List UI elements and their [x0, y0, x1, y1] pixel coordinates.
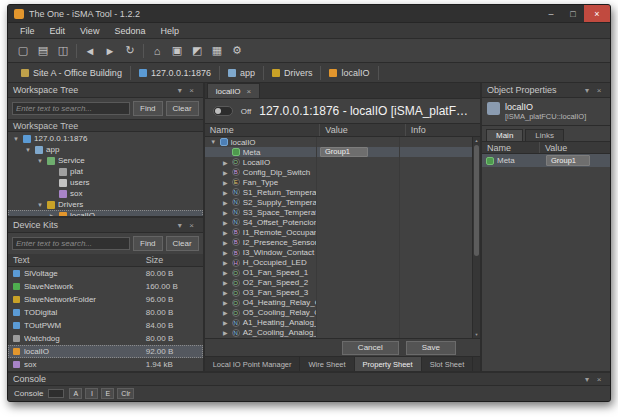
property-value-cell[interactable]: [317, 227, 400, 237]
expander-icon[interactable]: ▶: [222, 219, 229, 226]
console-filter-box[interactable]: [48, 389, 64, 398]
panel-close-icon[interactable]: ×: [593, 375, 605, 384]
clear-button[interactable]: Clear: [166, 101, 199, 116]
property-value-cell[interactable]: [317, 308, 400, 318]
breadcrumb-item[interactable]: Site A - Office Building: [13, 66, 131, 80]
property-row[interactable]: ▶ B Config_Dip_Switch: [205, 167, 472, 177]
property-value-cell[interactable]: [317, 137, 400, 147]
panel-close-icon[interactable]: ×: [593, 86, 605, 95]
property-row[interactable]: ▶ N S1_Return_Temperature: [205, 187, 472, 197]
property-row[interactable]: ▶ O LocalIO: [205, 157, 472, 167]
expander-icon[interactable]: ▼: [24, 147, 32, 153]
save-icon[interactable]: ◫: [54, 42, 72, 60]
save-button[interactable]: Save: [406, 341, 456, 355]
menu-item[interactable]: Help: [153, 25, 186, 37]
scroll-down-icon[interactable]: ▼: [473, 332, 480, 337]
close-icon[interactable]: ×: [584, 5, 610, 22]
scrollbar-thumb[interactable]: [474, 145, 479, 256]
settings-icon[interactable]: ⚙: [228, 42, 246, 60]
column-header-value[interactable]: Value: [320, 124, 405, 136]
tree-item[interactable]: ▶ localIO: [8, 210, 203, 216]
property-row[interactable]: ▶ N S4_Offset_Potenciometer: [205, 217, 472, 227]
column-header-size[interactable]: Size: [146, 255, 198, 265]
open-workspace-icon[interactable]: ▤: [34, 42, 52, 60]
menu-item[interactable]: Sedona: [107, 25, 152, 37]
expander-icon[interactable]: ▶: [222, 299, 229, 306]
breadcrumb-item[interactable]: app: [220, 66, 264, 80]
expander-icon[interactable]: ▶: [222, 209, 229, 216]
app-manager-icon[interactable]: ◩: [188, 42, 206, 60]
object-tab[interactable]: Links: [525, 129, 564, 141]
expander-icon[interactable]: ▶: [222, 239, 229, 246]
property-value-cell[interactable]: [317, 288, 400, 298]
view-tab[interactable]: Slot Sheet: [422, 357, 474, 371]
panel-close-icon[interactable]: ×: [186, 221, 198, 230]
expander-icon[interactable]: ▶: [222, 309, 229, 316]
expander-icon[interactable]: ▶: [222, 329, 229, 336]
panel-pin-icon[interactable]: ▾: [581, 86, 593, 95]
property-row[interactable]: ▶ O O4_Heating_Relay_Out: [205, 298, 472, 308]
kit-manager-icon[interactable]: ▦: [208, 42, 226, 60]
property-value-cell[interactable]: [317, 197, 400, 207]
property-row[interactable]: ▼ localIO: [205, 137, 472, 147]
tree-item[interactable]: sox: [8, 188, 203, 199]
expander-icon[interactable]: ▶: [222, 279, 229, 286]
kit-row[interactable]: TOutPWM 84.00 B: [8, 319, 203, 332]
object-property-value[interactable]: Group1: [546, 155, 590, 166]
kit-row[interactable]: SlaveNetworkFolder 96.00 B: [8, 293, 203, 306]
vertical-scrollbar[interactable]: ▲ ▼: [472, 137, 480, 338]
property-row[interactable]: ▶ O O2_Fan_Speed_2: [205, 278, 472, 288]
kit-row[interactable]: TODigital 80.00 B: [8, 306, 203, 319]
tree-item[interactable]: ▼ 127.0.0.1:1876: [8, 133, 203, 144]
property-value-cell[interactable]: [317, 217, 400, 227]
property-value-cell[interactable]: [317, 258, 400, 268]
menu-item[interactable]: File: [13, 25, 42, 37]
property-row[interactable]: ▶ N A1_Heating_Analog_Out: [205, 318, 472, 328]
kit-row[interactable]: Watchdog 80.00 B: [8, 332, 203, 345]
view-tab[interactable]: Wire Sheet: [300, 357, 354, 371]
clear-button[interactable]: Clear: [166, 236, 199, 251]
title-bar[interactable]: The One - iSMA Tool - 1.2.2 – □ ×: [8, 5, 610, 23]
property-value-cell[interactable]: [317, 248, 400, 258]
search-input[interactable]: [12, 237, 130, 250]
breadcrumb-item[interactable]: 127.0.0.1:1876: [131, 66, 220, 80]
expander-icon[interactable]: ▶: [222, 269, 229, 276]
expander-icon[interactable]: ▶: [222, 259, 229, 266]
minimize-icon[interactable]: –: [540, 5, 562, 22]
menu-item[interactable]: Edit: [43, 25, 73, 37]
panel-pin-icon[interactable]: ▾: [174, 86, 186, 95]
property-row[interactable]: Meta Group1: [205, 147, 472, 157]
expander-icon[interactable]: ▶: [222, 249, 229, 256]
property-value-cell[interactable]: [317, 237, 400, 247]
panel-close-icon[interactable]: ×: [186, 86, 198, 95]
expander-icon[interactable]: ▼: [36, 158, 44, 164]
kit-row[interactable]: SlVoltage 80.00 B: [8, 267, 203, 280]
console-filter-button[interactable]: A: [69, 388, 82, 399]
expander-icon[interactable]: ▼: [210, 139, 217, 145]
breadcrumb-item[interactable]: localIO: [321, 66, 378, 80]
column-header-name[interactable]: Name: [205, 124, 321, 136]
new-workspace-icon[interactable]: ▢: [14, 42, 32, 60]
kit-row[interactable]: sox 1.94 kB: [8, 358, 203, 371]
expander-icon[interactable]: ▶: [222, 169, 229, 176]
panel-pin-icon[interactable]: ▾: [174, 221, 186, 230]
kit-row[interactable]: localIO 92.00 B: [8, 345, 203, 358]
property-value-cell[interactable]: [317, 167, 400, 177]
property-value-cell[interactable]: [317, 298, 400, 308]
console-filter-button[interactable]: Clr: [117, 388, 134, 399]
console-filter-button[interactable]: E: [101, 388, 114, 399]
cancel-button[interactable]: Cancel: [342, 341, 399, 355]
property-row[interactable]: ▶ O O3_Fan_Speed_3: [205, 288, 472, 298]
home-icon[interactable]: ⌂: [148, 42, 166, 60]
tab-localio[interactable]: localIO ×: [207, 83, 261, 98]
breadcrumb-item[interactable]: Drivers: [264, 66, 322, 80]
forward-icon[interactable]: ►: [101, 42, 119, 60]
property-row[interactable]: ▶ O O1_Fan_Speed_1: [205, 268, 472, 278]
menu-item[interactable]: View: [73, 25, 106, 37]
tree-item[interactable]: ▼ Service: [8, 155, 203, 166]
property-row[interactable]: ▶ N S3_Space_Temperature: [205, 207, 472, 217]
back-icon[interactable]: ◄: [81, 42, 99, 60]
tree-item[interactable]: plat: [8, 166, 203, 177]
property-value-cell[interactable]: [317, 187, 400, 197]
property-row[interactable]: ▶ B I3_Window_Contact: [205, 248, 472, 258]
